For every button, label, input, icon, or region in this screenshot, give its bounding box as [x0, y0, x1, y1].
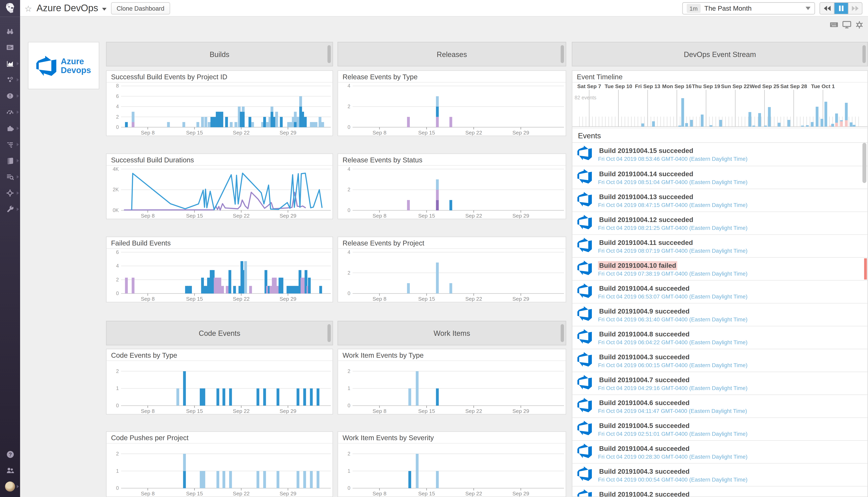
drag-handle[interactable]: [328, 45, 331, 63]
sidebar-item-metrics[interactable]: [0, 104, 20, 120]
sidebar-item-watchdog[interactable]: [0, 24, 20, 39]
event-title[interactable]: Build 20191004.8 succeeded: [598, 330, 691, 339]
sidebar-item-events[interactable]: [0, 40, 20, 55]
event-title[interactable]: Build 20191004.4 succeeded: [598, 284, 691, 293]
rewind-button[interactable]: [820, 3, 834, 14]
event-timestamp[interactable]: Fri Oct 04 2019 04:29:16 GMT-0400 (Easte…: [598, 385, 860, 391]
event-timestamp[interactable]: Fri Oct 04 2019 07:38:19 GMT-0400 (Easte…: [598, 271, 860, 277]
event-list-item[interactable]: Build 20191004.15 succeeded Fri Oct 04 2…: [573, 143, 867, 166]
event-title[interactable]: Build 20191004.2 succeeded: [598, 490, 691, 496]
event-list-item[interactable]: Build 20191004.2 succeeded: [573, 486, 867, 497]
azure-devops-icon: [577, 489, 592, 497]
svg-text:Sep 22: Sep 22: [465, 408, 482, 414]
dashboard-toolbar: [829, 21, 864, 29]
event-timestamp[interactable]: Fri Oct 04 2019 00:28:30 GMT-0400 (Easte…: [598, 454, 860, 460]
event-timestamp[interactable]: Fri Oct 04 2019 08:07:19 GMT-0400 (Easte…: [598, 248, 860, 254]
sidebar-item-infrastructure[interactable]: [0, 72, 20, 88]
sidebar-item-apm[interactable]: [0, 137, 20, 152]
drag-handle[interactable]: [561, 324, 564, 342]
drag-handle[interactable]: [863, 45, 866, 63]
event-timestamp[interactable]: Fri Oct 04 2019 08:21:25 GMT-0400 (Easte…: [598, 225, 860, 231]
svg-text:Sat Sep 7: Sat Sep 7: [577, 83, 601, 89]
svg-text:4K: 4K: [113, 166, 119, 172]
svg-text:1: 1: [348, 468, 350, 474]
event-title[interactable]: Build 20191004.10 failed: [598, 261, 677, 270]
event-timestamp[interactable]: Fri Oct 04 2019 06:53:07 GMT-0400 (Easte…: [598, 294, 860, 300]
chart-title: Work Item Events by Severity: [338, 432, 566, 443]
group-header-event-stream: DevOps Event Stream: [572, 42, 868, 66]
sidebar-item-team[interactable]: [0, 463, 20, 478]
azure-devops-icon: [577, 192, 592, 207]
clone-dashboard-button[interactable]: Clone Dashboard: [111, 2, 170, 14]
keyboard-shortcuts-icon[interactable]: [829, 21, 838, 29]
event-title[interactable]: Build 20191004.4 succeeded: [598, 444, 691, 453]
event-list-item[interactable]: Build 20191004.8 succeeded Fri Oct 04 20…: [573, 326, 867, 349]
event-timestamp[interactable]: Fri Oct 04 2019 06:00:15 GMT-0400 (Easte…: [598, 362, 860, 368]
svg-text:Sep 15: Sep 15: [418, 408, 435, 414]
drag-handle[interactable]: [561, 45, 564, 63]
event-list-item[interactable]: Build 20191004.10 failed Fri Oct 04 2019…: [573, 257, 867, 280]
event-list-item[interactable]: Build 20191004.9 succeeded Fri Oct 04 20…: [573, 303, 867, 326]
settings-gear-icon[interactable]: [855, 21, 864, 29]
event-list-item[interactable]: Build 20191004.14 succeeded Fri Oct 04 2…: [573, 166, 867, 189]
event-list-item[interactable]: Build 20191004.13 succeeded Fri Oct 04 2…: [573, 189, 867, 212]
chevron-right-icon: [17, 485, 19, 488]
svg-text:Wed Sep 25: Wed Sep 25: [750, 83, 779, 89]
event-title[interactable]: Build 20191004.7 succeeded: [598, 375, 691, 384]
event-list-item[interactable]: Build 20191004.11 succeeded Fri Oct 04 2…: [573, 234, 867, 257]
event-list-item[interactable]: Build 20191004.3 succeeded Fri Oct 04 20…: [573, 463, 867, 486]
chevron-right-icon: [17, 94, 19, 98]
group-header-code-events: Code Events: [106, 321, 333, 345]
avatar: [5, 482, 15, 492]
event-title[interactable]: Build 20191004.6 succeeded: [598, 398, 691, 407]
datadog-logo[interactable]: [0, 0, 20, 17]
event-title[interactable]: Build 20191004.5 succeeded: [598, 421, 691, 430]
event-list-item[interactable]: Build 20191004.4 succeeded Fri Oct 04 20…: [573, 280, 867, 303]
event-title[interactable]: Build 20191004.9 succeeded: [598, 307, 691, 316]
tv-mode-icon[interactable]: [842, 21, 851, 29]
event-timestamp[interactable]: Fri Oct 04 2019 08:51:04 GMT-0400 (Easte…: [598, 179, 860, 185]
event-title[interactable]: Build 20191004.11 succeeded: [598, 238, 694, 247]
event-list-item[interactable]: Build 20191004.12 succeeded Fri Oct 04 2…: [573, 211, 867, 234]
event-timestamp[interactable]: Fri Oct 04 2019 02:51:01 GMT-0400 (Easte…: [598, 431, 860, 437]
event-title[interactable]: Build 20191004.12 succeeded: [598, 215, 694, 224]
svg-text:0: 0: [116, 124, 119, 130]
dashboard-title-menu[interactable]: Azure DevOps: [37, 3, 106, 14]
scrollbar-thumb[interactable]: [863, 143, 866, 183]
drag-handle[interactable]: [328, 324, 331, 342]
sidebar-item-integrations[interactable]: [0, 120, 20, 136]
event-title[interactable]: Build 20191004.3 succeeded: [598, 353, 691, 361]
svg-text:Sep 8: Sep 8: [373, 213, 386, 219]
event-list-item[interactable]: Build 20191004.7 succeeded Fri Oct 04 20…: [573, 371, 867, 395]
event-list-item[interactable]: Build 20191004.6 succeeded Fri Oct 04 20…: [573, 395, 867, 417]
event-list-item[interactable]: Build 20191004.5 succeeded Fri Oct 04 20…: [573, 417, 867, 440]
sidebar-item-help[interactable]: ?: [0, 446, 20, 462]
sidebar-item-dashboards[interactable]: [0, 56, 20, 71]
pause-button[interactable]: [834, 3, 848, 14]
event-list-item[interactable]: Build 20191004.4 succeeded Fri Oct 04 20…: [573, 440, 867, 463]
chart-code-events-type: 012Sep 8Sep 15Sep 22Sep 29: [106, 361, 333, 414]
svg-text:Sep 8: Sep 8: [141, 213, 155, 219]
event-title[interactable]: Build 20191004.13 succeeded: [598, 193, 694, 201]
sidebar-item-synthetics[interactable]: [0, 185, 20, 201]
event-timestamp[interactable]: Fri Oct 04 2019 08:47:15 GMT-0400 (Easte…: [598, 202, 860, 208]
sidebar-item-monitors[interactable]: [0, 88, 20, 104]
event-timestamp[interactable]: Fri Oct 04 2019 06:31:40 GMT-0400 (Easte…: [598, 316, 860, 323]
sidebar-item-notebooks[interactable]: [0, 153, 20, 169]
event-title[interactable]: Build 20191004.14 succeeded: [598, 170, 694, 179]
event-title[interactable]: Build 20191004.15 succeeded: [598, 146, 694, 155]
time-range-selector[interactable]: 1m The Past Month: [682, 2, 815, 14]
favorite-star-icon[interactable]: ☆: [25, 4, 32, 13]
event-list-item[interactable]: Build 20191004.3 succeeded Fri Oct 04 20…: [573, 349, 867, 371]
event-timestamp[interactable]: Fri Oct 04 2019 06:04:22 GMT-0400 (Easte…: [598, 339, 860, 345]
chart-title: Successful Build Durations: [106, 154, 333, 166]
sidebar-item-settings[interactable]: [0, 201, 20, 217]
forward-button[interactable]: [848, 3, 862, 14]
sidebar-item-logs[interactable]: [0, 169, 20, 185]
chart-card-failed-builds: Failed Build Events 0246Sep 8Sep 15Sep 2…: [106, 237, 333, 302]
event-title[interactable]: Build 20191004.3 succeeded: [598, 467, 691, 476]
event-timestamp[interactable]: Fri Oct 04 2019 08:53:46 GMT-0400 (Easte…: [598, 156, 860, 162]
sidebar-item-user-menu[interactable]: [0, 479, 20, 494]
event-timestamp[interactable]: Fri Oct 04 2019 04:11:47 GMT-0400 (Easte…: [598, 408, 860, 414]
event-timestamp[interactable]: Fri Oct 04 2019 00:00:54 GMT-0400 (Easte…: [598, 477, 860, 483]
